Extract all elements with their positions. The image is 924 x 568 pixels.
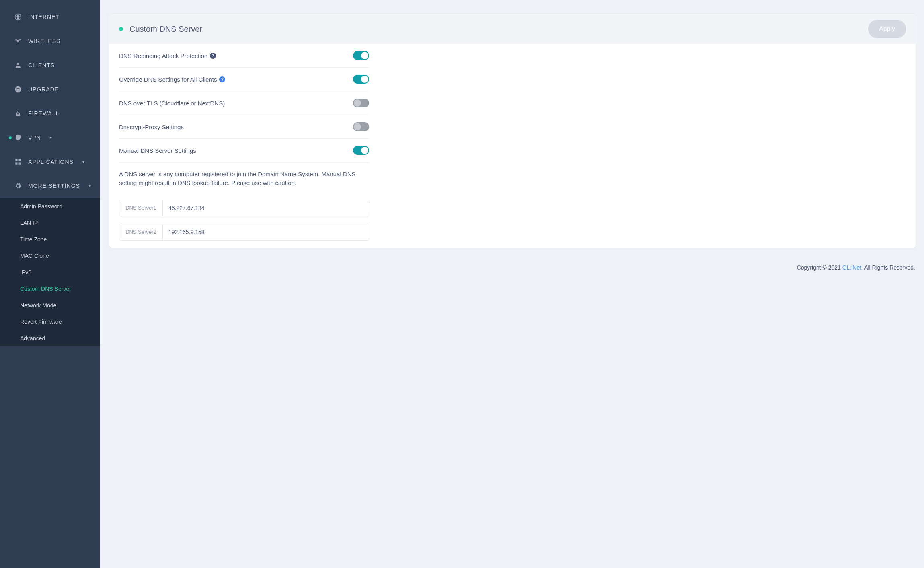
- field-label: DNS Server1: [119, 200, 163, 216]
- toggle-knob: [354, 99, 361, 107]
- sidebar-item-upgrade[interactable]: UPGRADE: [0, 77, 100, 101]
- svg-point-1: [18, 42, 18, 43]
- card-header: Custom DNS Server Apply: [109, 14, 916, 44]
- sub-item-advanced[interactable]: Advanced: [0, 330, 100, 346]
- sub-item-lan-ip[interactable]: LAN IP: [0, 214, 100, 231]
- dns-server2-input[interactable]: [163, 224, 369, 240]
- field-dns-server1: DNS Server1: [119, 200, 369, 216]
- sidebar-item-label: VPN: [28, 134, 41, 141]
- row-override-dns: Override DNS Settings for All Clients ?: [119, 68, 369, 91]
- sub-item-ipv6[interactable]: IPv6: [0, 264, 100, 280]
- flame-icon: [14, 110, 22, 117]
- globe-icon: [14, 13, 22, 21]
- row-label-text: Manual DNS Server Settings: [119, 147, 196, 154]
- sub-item-custom-dns-server[interactable]: Custom DNS Server: [0, 280, 100, 297]
- grid-icon: [14, 158, 22, 165]
- row-dns-over-tls: DNS over TLS (Cloudflare or NextDNS): [119, 91, 369, 115]
- page-title: Custom DNS Server: [129, 25, 202, 34]
- toggle-dns-rebinding[interactable]: [353, 51, 369, 60]
- sidebar-item-clients[interactable]: CLIENTS: [0, 53, 100, 77]
- gear-icon: [14, 182, 22, 189]
- sub-item-time-zone[interactable]: Time Zone: [0, 231, 100, 247]
- row-label-text: DNS Rebinding Attack Protection: [119, 52, 207, 59]
- toggle-knob: [361, 76, 368, 83]
- row-manual-dns: Manual DNS Server Settings: [119, 139, 369, 163]
- svg-rect-6: [19, 159, 21, 161]
- footer-suffix: . All Rights Reserved.: [861, 264, 915, 271]
- footer-prefix: Copyright © 2021: [797, 264, 842, 271]
- sidebar-item-applications[interactable]: APPLICATIONS ▾: [0, 150, 100, 174]
- sub-item-network-mode[interactable]: Network Mode: [0, 297, 100, 313]
- upload-icon: [14, 86, 22, 93]
- main-content: Custom DNS Server Apply DNS Rebinding At…: [100, 0, 924, 568]
- row-label-text: DNS over TLS (Cloudflare or NextDNS): [119, 100, 225, 107]
- sub-item-mac-clone[interactable]: MAC Clone: [0, 247, 100, 264]
- sidebar-item-label: INTERNET: [28, 14, 60, 20]
- status-dot-icon: [119, 27, 123, 31]
- toggle-override-dns[interactable]: [353, 75, 369, 84]
- shield-icon: [14, 134, 22, 141]
- apply-button[interactable]: Apply: [868, 20, 906, 38]
- dns-server1-input[interactable]: [163, 200, 369, 216]
- sidebar-item-internet[interactable]: INTERNET: [0, 5, 100, 29]
- svg-rect-4: [16, 115, 21, 116]
- sidebar-item-label: FIREWALL: [28, 110, 60, 117]
- row-label-text: Override DNS Settings for All Clients: [119, 76, 217, 83]
- wifi-icon: [14, 37, 22, 45]
- manual-dns-note: A DNS server is any computer registered …: [119, 163, 364, 192]
- sidebar-item-label: CLIENTS: [28, 62, 55, 68]
- sidebar-item-wireless[interactable]: WIRELESS: [0, 29, 100, 53]
- toggle-knob: [361, 52, 368, 59]
- sub-item-revert-firmware[interactable]: Revert Firmware: [0, 313, 100, 330]
- sub-item-admin-password[interactable]: Admin Password: [0, 198, 100, 214]
- user-icon: [14, 62, 22, 69]
- sidebar-item-label: UPGRADE: [28, 86, 59, 93]
- row-label-text: Dnscrypt-Proxy Settings: [119, 123, 184, 130]
- svg-rect-5: [15, 159, 17, 161]
- toggle-manual-dns[interactable]: [353, 146, 369, 155]
- more-settings-submenu: Admin Password LAN IP Time Zone MAC Clon…: [0, 198, 100, 346]
- svg-rect-7: [15, 163, 17, 165]
- field-label: DNS Server2: [119, 224, 163, 240]
- row-dns-rebinding: DNS Rebinding Attack Protection ?: [119, 44, 369, 68]
- settings-card: Custom DNS Server Apply DNS Rebinding At…: [109, 14, 916, 248]
- row-dnscrypt-proxy: Dnscrypt-Proxy Settings: [119, 115, 369, 139]
- footer-brand-link[interactable]: GL.iNet: [842, 264, 861, 271]
- help-icon[interactable]: ?: [219, 76, 225, 82]
- toggle-knob: [361, 147, 368, 154]
- field-dns-server2: DNS Server2: [119, 224, 369, 241]
- sidebar-item-more-settings[interactable]: MORE SETTINGS ▾: [0, 174, 100, 198]
- sidebar-item-vpn[interactable]: VPN ▾: [0, 126, 100, 150]
- svg-rect-8: [19, 163, 21, 165]
- sidebar: INTERNET WIRELESS CLIENTS UPGRADE FIREWA: [0, 0, 100, 568]
- toggle-knob: [354, 123, 361, 130]
- chevron-down-icon: ▾: [89, 184, 91, 188]
- sidebar-item-label: APPLICATIONS: [28, 158, 74, 165]
- sidebar-item-label: WIRELESS: [28, 38, 60, 44]
- svg-point-2: [17, 63, 19, 65]
- help-icon[interactable]: ?: [210, 53, 216, 59]
- toggle-dns-over-tls[interactable]: [353, 99, 369, 107]
- sidebar-item-label: MORE SETTINGS: [28, 183, 80, 189]
- sidebar-item-firewall[interactable]: FIREWALL: [0, 101, 100, 126]
- chevron-down-icon: ▾: [50, 136, 52, 140]
- chevron-down-icon: ▾: [82, 160, 84, 164]
- footer: Copyright © 2021 GL.iNet. All Rights Res…: [109, 264, 916, 271]
- toggle-dnscrypt-proxy[interactable]: [353, 122, 369, 131]
